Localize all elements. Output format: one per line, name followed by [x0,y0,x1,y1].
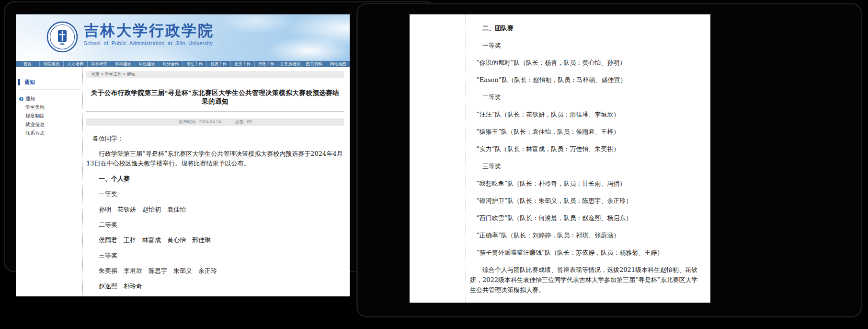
nav-item[interactable]: 图书资料 [302,61,326,67]
team-result-line: “Eason”队（队长：赵怡初，队员：马梓萌、盛佳宜） [476,75,704,85]
nav-item[interactable]: 学院概况 [39,61,63,67]
nav-item[interactable]: 学科建设 [111,61,135,67]
nav-item[interactable]: 队伍建设 [135,61,159,67]
team-result-line: “西门吹雪”队（队长：何浚晨，队员：赵逸熙、杨启东） [476,213,704,223]
sidebar-header: 通知 [18,79,80,86]
section-heading-individual: 一、个人赛 [99,174,344,184]
sidebar-item-label: 通知 [25,95,35,102]
sidebar-item-notice[interactable]: ❯ 通知 [16,94,82,103]
third-prize-names-line1: 朱奕祺 李垣欣 陈思宇 朱邵义 余正玲 [99,266,344,276]
nav-item[interactable]: 校友工作 [206,61,230,67]
hits-count: 65 [247,119,252,124]
content-area-continued: 二、团队赛 一等奖 “你说的都对”队（队长：杨青，队员：黄心怡、孙明）“Easo… [410,14,710,303]
sidebar-item-contact[interactable]: 联系方式 [16,129,82,138]
nav-item[interactable]: 人才培养 [63,61,87,67]
team-result-line: “实力”队（队长：林富成，队员：万佳怡、朱奕祺） [476,144,704,154]
team-result-line: “我想吃鱼”队（队长：朴玲奇，队员：甘长雨、冯俏） [476,178,704,188]
breadcrumb[interactable]: 首页 > 学生工作 > 通知 [86,71,344,78]
nav-item[interactable]: 对外合作 [159,61,183,67]
nav-item[interactable]: 公务员培训 [278,61,302,67]
article-meta: 发布时间: 2024-04-24 点击: 65 [86,118,344,126]
article-body-page2: 二、团队赛 一等奖 “你说的都对”队（队长：杨青，队员：黄心怡、孙明）“Easo… [470,19,704,295]
webpage-screenshot-bottom: 二、团队赛 一等奖 “你说的都对”队（队长：杨青，队员：黄心怡、孙明）“Easo… [410,14,710,303]
article-body-page1: 各位同学： 行政学院第三届“寻是杯”东北赛区大学生公共管理决策模拟大赛校内预选赛… [86,134,344,291]
nav-item[interactable]: 科学研究 [87,61,111,67]
third-prize-label: 三等奖 [99,251,344,260]
sidebar-item-student-world[interactable]: 学生天地 [16,103,82,112]
nav-item[interactable]: 行政工作 [254,61,278,67]
nav-item[interactable]: 学生工作 [183,61,206,67]
first-prize-names: 孙明 花钦妍 赵怡初 袁佳怡 [99,205,344,214]
team-result-line: “银河护卫”队（队长：朱邵义，队员：陈思宇、余正玲） [476,196,704,206]
team-result-line: “猿猴王”队（队长：袁佳怡，队员：侯雨君、王梓） [476,127,704,137]
sidebar-title: 通知 [24,79,35,86]
salutation: 各位同学： [86,134,344,143]
article-column-continued: 二、团队赛 一等奖 “你说的都对”队（队长：杨青，队员：黄心怡、孙明）“Easo… [466,14,710,303]
team-result-line: “筷子筒外派喵喵汪赚钱”队（队长：苏依婷，队员：杨雅菊、王婷） [476,247,704,258]
intro-paragraph: 行政学院第三届“寻是杯”东北赛区大学生公共管理决策模拟大赛校内预选赛于2024年… [86,149,344,168]
second-prize-label: 二等奖 [99,220,344,230]
sidebar-item-jobs[interactable]: 就业信息 [16,120,82,129]
article-title: 关于公布行政学院第三届“寻是杯”东北赛区大学生公共管理决策模拟大赛校预选赛结果的… [88,89,342,106]
main-nav: 首页学院概况人才培养科学研究学科建设队伍建设对外合作学生工作校友工作党务工作行政… [16,61,350,67]
nav-item[interactable]: 首页 [16,61,39,67]
arrow-bullet-icon: ❯ [19,97,23,101]
title-divider [86,111,344,112]
sidebar-menu: ❯ 通知 学生天地 规章制度 就业信息 联系方式 [16,94,82,138]
publish-date: 2024-04-24 [199,119,221,124]
closing-paragraph: 综合个人与团队比赛成绩、答辩表现等情况，选拔2021级本科生赵怡初、花钦妍，20… [470,265,704,295]
school-name: 吉林大学行政学院 [84,22,214,38]
content-area: 通知 ❯ 通知 学生天地 规章制度 就业信息 联系方式 首页 > 学生工作 > … [16,67,350,296]
school-logo [46,21,78,53]
hits-label: 点击: [235,119,245,124]
team-result-line: “你说的都对”队（队长：杨青，队员：黄心怡、孙明） [476,58,704,68]
first-prize-label: 一等奖 [99,189,344,199]
team-result-line: “汪汪”队（队长：花钦妍，队员：邢佳琳、李垣欣） [476,109,704,119]
article-column: 首页 > 学生工作 > 通知 关于公布行政学院第三届“寻是杯”东北赛区大学生公共… [82,67,350,296]
team-result-line: “正确率”队（队长：刘婷婷，队员：祁琪、张蔚涵） [476,230,704,240]
site-banner: 吉林大学行政学院 School of Public Administration… [16,14,350,61]
webpage-screenshot-top: 吉林大学行政学院 School of Public Administration… [16,14,350,296]
nav-item[interactable]: 网站地图 [326,61,350,67]
section-heading-team: 二、团队赛 [482,23,704,33]
team-first-prize-label: 一等奖 [482,40,704,50]
nav-item[interactable]: 党务工作 [230,61,254,67]
banner-text: 吉林大学行政学院 School of Public Administration… [84,22,214,46]
team-third-prize-label: 三等奖 [482,161,704,171]
team-second-prize-label: 二等奖 [482,92,704,102]
team-third-prize-list: “我想吃鱼”队（队长：朴玲奇，队员：甘长雨、冯俏）“银河护卫”队（队长：朱邵义，… [470,178,704,258]
sidebar-item-rules[interactable]: 规章制度 [16,112,82,120]
sidebar-divider [18,90,80,90]
team-second-prize-list: “汪汪”队（队长：花钦妍，队员：邢佳琳、李垣欣）“猿猴王”队（队长：袁佳怡，队员… [470,109,704,154]
third-prize-names-line2: 赵逸熙 朴玲奇 [99,282,344,291]
sidebar-accent-bar [18,79,20,85]
publish-label: 发布时间: [178,119,197,124]
second-prize-names: 侯雨君 王梓 林富成 黄心怡 邢佳琳 [99,235,344,245]
sidebar: 通知 ❯ 通知 学生天地 规章制度 就业信息 联系方式 [16,67,82,296]
school-name-english: School of Public Administration at Jilin… [84,40,214,46]
team-first-prize-list: “你说的都对”队（队长：杨青，队员：黄心怡、孙明）“Eason”队（队长：赵怡初… [470,58,704,85]
sidebar-empty-area [410,14,466,303]
